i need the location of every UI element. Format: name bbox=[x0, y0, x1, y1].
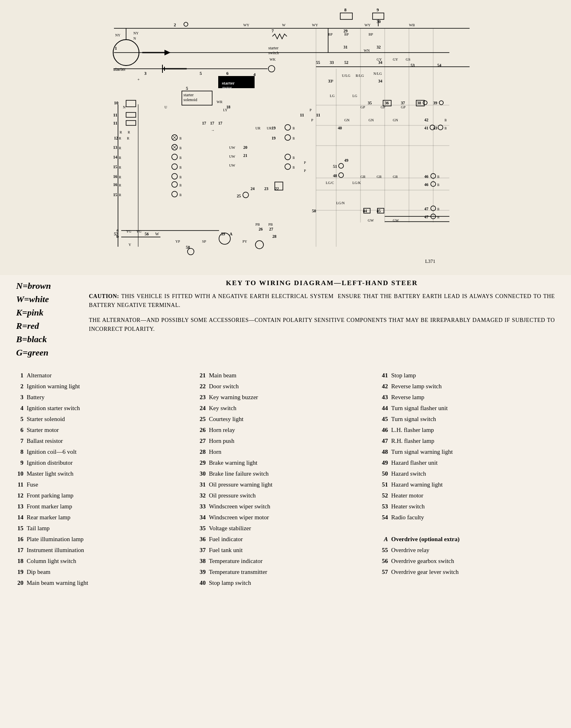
list-item: 47 R.H. flasher lamp bbox=[377, 437, 555, 445]
comp-name: Voltage stabilizer bbox=[209, 524, 373, 533]
list-item: 39 Temperature transmitter bbox=[194, 568, 373, 576]
svg-text:LG: LG bbox=[330, 94, 335, 98]
svg-text:UR: UR bbox=[255, 126, 261, 130]
color-b: B=black bbox=[16, 332, 81, 346]
svg-text:5: 5 bbox=[186, 86, 188, 91]
comp-name: Ignition coil—6 volt bbox=[27, 448, 190, 456]
svg-text:P: P bbox=[310, 108, 312, 112]
svg-text:YG: YG bbox=[136, 229, 141, 233]
svg-text:GN: GN bbox=[369, 118, 374, 122]
comp-name: Horn push bbox=[209, 437, 373, 445]
comp-name: Starter motor bbox=[27, 426, 190, 434]
list-item: 3 Battery bbox=[12, 393, 190, 402]
comp-num: 49 bbox=[377, 459, 388, 467]
diagram-svg: starter NY NY N 1 3 + starter solenoid 5 bbox=[86, 4, 486, 271]
comp-name: Alternator bbox=[27, 371, 190, 380]
svg-text:starter: starter bbox=[113, 67, 126, 72]
key-title-section: KEY TO WIRING DIAGRAM—LEFT-HAND STEER CA… bbox=[81, 279, 555, 359]
color-w: W=white bbox=[16, 292, 81, 306]
list-item: 24 Key switch bbox=[194, 404, 373, 413]
list-item: 1 Alternator bbox=[12, 371, 190, 380]
svg-text:GR: GR bbox=[393, 175, 398, 179]
comp-num: 6 bbox=[12, 426, 23, 434]
comp-name: Ignition starter switch bbox=[27, 404, 190, 413]
list-item: 2 Ignition warning light bbox=[12, 382, 190, 391]
svg-text:40: 40 bbox=[338, 126, 342, 130]
svg-text:LY: LY bbox=[223, 108, 228, 112]
svg-text:+: + bbox=[137, 77, 140, 82]
svg-text:R: R bbox=[119, 175, 121, 179]
svg-text:N: N bbox=[133, 36, 136, 40]
svg-text:B: B bbox=[293, 127, 295, 130]
svg-text:42: 42 bbox=[424, 118, 428, 122]
comp-name: Horn bbox=[209, 448, 373, 456]
caution-label: CAUTION: bbox=[89, 293, 121, 299]
comp-name: Dip beam bbox=[27, 568, 190, 576]
list-item: 11 Fuse bbox=[12, 480, 190, 489]
comp-name: Heater motor bbox=[391, 491, 555, 500]
comp-num: 19 bbox=[12, 568, 23, 576]
svg-text:W: W bbox=[155, 232, 159, 236]
svg-text:R: R bbox=[119, 146, 121, 150]
svg-text:33: 33 bbox=[330, 60, 334, 65]
list-item: 44 Turn signal flasher unit bbox=[377, 404, 555, 413]
svg-text:7: 7 bbox=[272, 28, 274, 33]
svg-text:B: B bbox=[179, 146, 181, 150]
svg-text:R: R bbox=[119, 193, 121, 197]
comp-num: 56 bbox=[377, 557, 388, 565]
component-list-section: 1 Alternator 2 Ignition warning light 3 … bbox=[0, 363, 571, 598]
svg-text:GR: GR bbox=[360, 175, 366, 179]
comp-name: Key switch bbox=[209, 404, 373, 413]
svg-text:P: P bbox=[304, 169, 306, 173]
comp-name: Plate illumination lamp bbox=[27, 535, 190, 544]
svg-text:B: B bbox=[445, 119, 447, 122]
comp-num: 37 bbox=[194, 546, 206, 554]
svg-text:21: 21 bbox=[243, 153, 247, 158]
svg-text:GP: GP bbox=[360, 105, 365, 109]
list-item: 19 Dip beam bbox=[12, 568, 190, 576]
svg-text:38: 38 bbox=[417, 101, 421, 105]
component-col3: 41 Stop lamp 42 Reverse lamp switch 43 R… bbox=[377, 371, 559, 590]
comp-name: Fuel tank unit bbox=[209, 546, 373, 554]
comp-name: Oil pressure switch bbox=[209, 491, 373, 500]
comp-num: 20 bbox=[12, 579, 23, 587]
comp-num: 1 bbox=[12, 371, 23, 380]
svg-text:50: 50 bbox=[312, 209, 316, 213]
list-item: 57 Overdrive gear lever switch bbox=[377, 568, 555, 576]
svg-text:17: 17 bbox=[202, 121, 206, 125]
svg-text:WY: WY bbox=[243, 23, 249, 27]
svg-text:1: 1 bbox=[115, 46, 117, 51]
svg-text:WY: WY bbox=[365, 23, 371, 27]
svg-text:switch: switch bbox=[268, 51, 279, 55]
svg-text:47: 47 bbox=[424, 215, 428, 219]
svg-text:GS: GS bbox=[406, 57, 411, 61]
svg-text:GP: GP bbox=[401, 105, 406, 109]
component-col2: 21 Main beam 22 Door switch 23 Key warni… bbox=[194, 371, 377, 590]
comp-num: 55 bbox=[377, 546, 388, 554]
svg-text:WK: WK bbox=[270, 57, 276, 61]
svg-text:BP: BP bbox=[328, 32, 333, 36]
list-item: 5 Starter solenoid bbox=[12, 415, 190, 423]
comp-num: 33 bbox=[194, 502, 206, 511]
comp-name: Front marker lamp bbox=[27, 502, 190, 511]
comp-num: 23 bbox=[194, 393, 206, 402]
comp-name: Overdrive relay bbox=[391, 546, 555, 554]
list-item: 23 Key warning buzzer bbox=[194, 393, 373, 402]
svg-text:24: 24 bbox=[251, 186, 255, 191]
list-item: 27 Horn push bbox=[194, 437, 373, 445]
comp-name: L.H. flasher lamp bbox=[391, 426, 555, 434]
list-item: 28 Horn bbox=[194, 448, 373, 456]
svg-text:GN: GN bbox=[344, 118, 350, 122]
svg-text:19: 19 bbox=[272, 126, 276, 130]
wiring-diagram: starter NY NY N 1 3 + starter solenoid 5 bbox=[0, 0, 571, 275]
svg-text:R: R bbox=[119, 136, 121, 140]
svg-text:33¹: 33¹ bbox=[328, 79, 333, 83]
svg-text:WB: WB bbox=[409, 23, 415, 27]
comp-name: Windscreen wiper switch bbox=[209, 502, 373, 511]
list-item: 31 Oil pressure warning light bbox=[194, 480, 373, 489]
svg-text:NY: NY bbox=[115, 33, 120, 37]
component-col1: 1 Alternator 2 Ignition warning light 3 … bbox=[12, 371, 194, 590]
comp-num: 43 bbox=[377, 393, 388, 402]
comp-num: 45 bbox=[377, 415, 388, 423]
svg-text:R: R bbox=[119, 156, 121, 160]
